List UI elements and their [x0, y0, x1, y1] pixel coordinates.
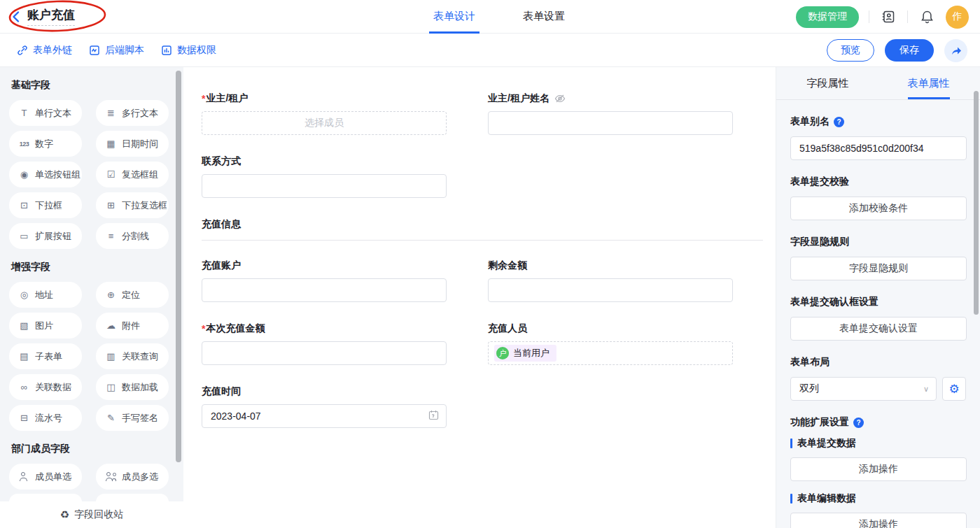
pen-icon: ✎ [106, 413, 116, 423]
field-item-related-query[interactable]: ▥关联查询 [96, 343, 169, 369]
section-title-member-fields: 部门成员字段 [11, 443, 183, 455]
field-item-number[interactable]: 123数字 [9, 131, 82, 157]
multi-dropdown-icon: ⊞ [106, 200, 116, 211]
field-item-label: 成员多选 [122, 471, 158, 483]
field-item-geolocation[interactable]: ⊕定位 [96, 282, 169, 308]
field-owner-name[interactable]: 业主/租户姓名 [488, 92, 733, 135]
layout-select[interactable]: 双列 ∨ [790, 377, 937, 401]
data-manage-button[interactable]: 数据管理 [796, 6, 859, 28]
user-avatar[interactable]: 作 [946, 6, 969, 29]
owner-name-input[interactable] [488, 111, 733, 135]
field-item-divider-line[interactable]: ≡分割线 [96, 223, 169, 249]
visibility-rules-button[interactable]: 字段显隐规则 [790, 257, 967, 280]
field-item-label: 定位 [122, 289, 140, 301]
field-item-radio-group[interactable]: ◉单选按钮组 [9, 162, 82, 187]
field-item-address[interactable]: ◎地址 [9, 282, 82, 308]
field-item-single-line-text[interactable]: T单行文本 [9, 100, 82, 126]
data-permission-icon [161, 45, 172, 56]
member-select-box[interactable]: 选择成员 [202, 111, 447, 135]
back-title-group: 账户充值 [11, 7, 75, 26]
visibility-rules-label: 字段显隐规则 [790, 236, 966, 248]
recharge-account-input[interactable] [202, 278, 447, 302]
panel-scrollbar[interactable] [974, 91, 979, 315]
properties-body: 表单别名 ? 表单提交校验 添加校验条件 字段显隐规则 字段显隐规则 表单提交确… [776, 115, 980, 528]
field-item-label: 流水号 [35, 412, 62, 424]
field-item-extend-button[interactable]: ▭扩展按钮 [9, 223, 82, 249]
submit-data-add-button[interactable]: 添加操作 [790, 457, 967, 481]
form-layout-label: 表单布局 [790, 356, 966, 369]
field-item-image[interactable]: ▧图片 [9, 313, 82, 338]
confirm-box-button[interactable]: 表单提交确认设置 [790, 317, 967, 341]
field-recharge-amount[interactable]: *本次充值金额 [202, 322, 447, 365]
tab-form-properties[interactable]: 表单属性 [908, 67, 950, 99]
field-label: 充值人员 [488, 322, 733, 335]
field-label: 业主/租户姓名 [488, 92, 733, 105]
divider-line-icon: ≡ [106, 231, 116, 241]
edit-data-add-button[interactable]: 添加操作 [790, 513, 967, 528]
current-user-tag[interactable]: 户 当前用户 [494, 345, 556, 362]
preview-button[interactable]: 预览 [827, 39, 874, 62]
data-permission-action[interactable]: 数据权限 [161, 44, 216, 57]
field-item-member-single[interactable]: 成员单选 [9, 464, 82, 490]
tab-field-properties[interactable]: 字段属性 [807, 67, 849, 99]
field-owner[interactable]: *业主/租户 选择成员 [202, 92, 447, 135]
blue-bar [790, 438, 792, 448]
image-icon: ▧ [19, 320, 29, 331]
field-item-multi-dropdown[interactable]: ⊞下拉复选框 [96, 192, 169, 218]
layout-settings-button[interactable]: ⚙ [942, 377, 966, 401]
notification-bell-icon[interactable] [918, 8, 936, 26]
recharge-amount-input[interactable] [202, 341, 447, 365]
form-design-canvas: *业主/租户 选择成员 业主/租户姓名 联系方式 充值信息 充值账户 剩余金额 … [183, 67, 776, 528]
backend-script-action[interactable]: 后端脚本 [89, 44, 144, 57]
field-item-member-multi[interactable]: 成员多选 [96, 464, 169, 490]
form-section-recharge-info[interactable]: 充值信息 [202, 218, 763, 241]
field-item-dropdown[interactable]: ⊡下拉框 [9, 192, 82, 218]
calendar-icon [428, 410, 439, 422]
field-recharge-account[interactable]: 充值账户 [202, 259, 447, 302]
field-remaining-amount[interactable]: 剩余金额 [488, 259, 733, 302]
field-recharge-time[interactable]: 充值时间 2023-04-07 [202, 385, 447, 428]
contact-input[interactable] [202, 174, 447, 198]
extend-button-icon: ▭ [19, 231, 29, 241]
tab-form-settings[interactable]: 表单设置 [519, 0, 569, 34]
field-item-data-loading[interactable]: ◫数据加载 [96, 374, 169, 400]
divider [907, 10, 908, 23]
help-icon[interactable]: ? [834, 117, 844, 127]
extension-settings-label: 功能扩展设置 ? [790, 416, 966, 429]
field-contact[interactable]: 联系方式 [202, 155, 447, 198]
field-item-attachment[interactable]: ☁附件 [96, 313, 169, 338]
field-item-label: 多行文本 [122, 107, 158, 120]
recharge-time-input[interactable]: 2023-04-07 [202, 404, 447, 428]
form-alias-input[interactable] [790, 136, 967, 160]
field-item-label: 子表单 [35, 350, 62, 363]
tab-form-design[interactable]: 表单设计 [429, 0, 479, 34]
back-button[interactable] [11, 10, 20, 23]
field-item-serial-number[interactable]: ⊟流水号 [9, 405, 82, 431]
save-button[interactable]: 保存 [885, 39, 934, 62]
field-item-datetime[interactable]: ▦日期时间 [96, 131, 169, 157]
submit-data-label: 表单提交数据 [790, 437, 966, 450]
external-link-action[interactable]: 表单外链 [17, 44, 72, 57]
field-item-subform[interactable]: ▤子表单 [9, 343, 82, 369]
section-title: 充值信息 [202, 218, 763, 241]
sidebar-scrollbar[interactable] [176, 71, 181, 462]
field-item-related-data[interactable]: ∞关联数据 [9, 374, 82, 400]
field-item-handwritten-signature[interactable]: ✎手写签名 [96, 405, 169, 431]
recharge-person-box[interactable]: 户 当前用户 [488, 341, 733, 365]
contacts-book-icon[interactable] [879, 8, 897, 26]
remaining-amount-input[interactable] [488, 278, 733, 302]
person-multi-icon [106, 472, 116, 481]
add-validation-button[interactable]: 添加校验条件 [790, 197, 967, 220]
field-item-multi-line-text[interactable]: ≣多行文本 [96, 100, 169, 126]
script-icon [89, 45, 100, 56]
share-button[interactable] [944, 39, 967, 62]
field-label: 剩余金额 [488, 259, 733, 272]
help-icon[interactable]: ? [853, 418, 864, 428]
dropdown-icon: ⊡ [19, 200, 29, 211]
field-recycle-bin[interactable]: ♻ 字段回收站 [0, 501, 183, 528]
field-item-checkbox-group[interactable]: ☑复选框组 [96, 162, 169, 187]
field-recharge-person[interactable]: 充值人员 户 当前用户 [488, 322, 733, 365]
share-arrow-icon [950, 45, 962, 56]
field-label: *本次充值金额 [202, 322, 447, 335]
form-toolbar: 表单外链 后端脚本 数据权限 预览 保存 [0, 34, 980, 67]
